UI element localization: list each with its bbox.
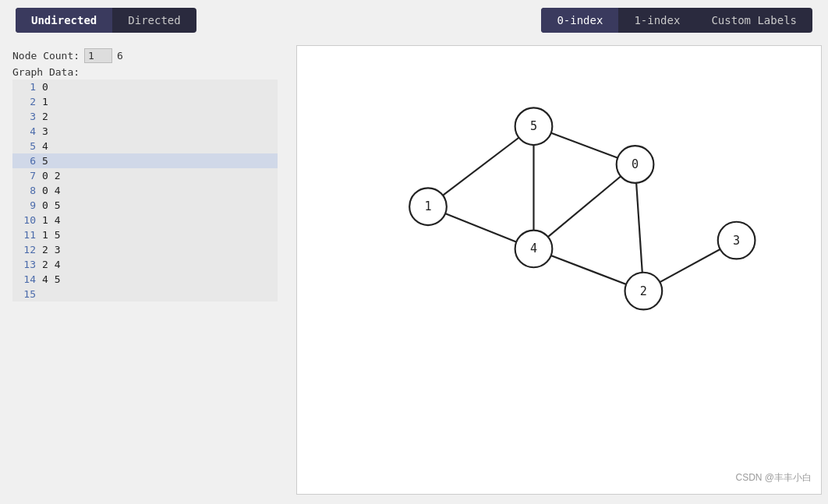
left-panel: Node Count: 6 Graph Data: 10213243546570…	[0, 41, 296, 501]
line-number: 12	[14, 244, 36, 256]
zero-index-button[interactable]: 0-index	[541, 8, 618, 33]
line-content: 1 4	[42, 214, 60, 226]
line-content: 4	[42, 140, 48, 152]
line-content: 0 4	[42, 185, 60, 196]
line-number: 13	[14, 259, 36, 270]
main-content: Node Count: 6 Graph Data: 10213243546570…	[0, 41, 828, 501]
node-label: 4	[530, 241, 537, 256]
node-count-label: Node Count:	[12, 50, 80, 62]
line-number: 14	[14, 273, 36, 285]
graph-node[interactable]: 0	[617, 146, 654, 183]
watermark: CSDN @丰丰小白	[735, 471, 812, 485]
line-number: 2	[14, 96, 36, 107]
line-number: 15	[14, 288, 36, 300]
undirected-button[interactable]: Undirected	[16, 8, 112, 33]
graph-canvas: 012345 CSDN @丰丰小白	[296, 45, 822, 495]
node-count-value: 6	[117, 50, 123, 62]
editor-line[interactable]: 122 3	[12, 242, 278, 257]
line-number: 10	[14, 214, 36, 226]
graph-node[interactable]: 3	[718, 222, 755, 259]
editor-line[interactable]: 21	[12, 94, 278, 109]
line-content: 2	[42, 111, 48, 122]
custom-labels-button[interactable]: Custom Labels	[695, 8, 812, 33]
line-content: 5	[42, 155, 48, 167]
node-label: 3	[733, 234, 740, 248]
line-content: 2 3	[42, 244, 60, 256]
line-content: 2 4	[42, 259, 60, 270]
editor-line[interactable]: 80 4	[12, 183, 278, 198]
node-label: 2	[640, 284, 647, 298]
line-content: 0	[42, 81, 48, 93]
index-toggle: 0-index 1-index Custom Labels	[541, 8, 812, 33]
editor-line[interactable]: 90 5	[12, 198, 278, 213]
line-number: 5	[14, 140, 36, 152]
line-editor: 10213243546570 280 490 5101 4111 5122 31…	[12, 79, 278, 301]
editor-line[interactable]: 15	[12, 287, 278, 301]
line-content: 3	[42, 125, 48, 137]
graph-node[interactable]: 4	[515, 231, 553, 268]
graph-svg: 012345	[297, 46, 821, 494]
editor-line[interactable]: 70 2	[12, 168, 278, 183]
editor-line[interactable]: 32	[12, 109, 278, 124]
line-content: 0 2	[42, 170, 60, 182]
editor-line[interactable]: 10	[12, 79, 278, 94]
node-label: 1	[424, 199, 431, 213]
line-number: 6	[14, 155, 36, 167]
top-bar: Undirected Directed 0-index 1-index Cust…	[0, 0, 828, 41]
graph-node[interactable]: 5	[515, 107, 553, 145]
graph-data-label: Graph Data:	[12, 66, 284, 78]
edge-line	[428, 126, 533, 206]
editor-line[interactable]: 111 5	[12, 227, 278, 242]
editor-line[interactable]: 132 4	[12, 257, 278, 272]
line-number: 9	[14, 199, 36, 211]
editor-line[interactable]: 101 4	[12, 213, 278, 227]
graph-node[interactable]: 1	[409, 188, 447, 225]
line-content: 1	[42, 96, 48, 107]
line-number: 11	[14, 229, 36, 241]
editor-line[interactable]: 65	[12, 153, 278, 168]
directed-button[interactable]: Directed	[112, 8, 196, 33]
node-label: 0	[632, 157, 639, 171]
line-content: 4 5	[42, 273, 60, 285]
line-content: 0 5	[42, 199, 60, 211]
node-count-input[interactable]	[84, 48, 112, 63]
line-number: 7	[14, 170, 36, 182]
one-index-button[interactable]: 1-index	[618, 8, 695, 33]
line-number: 8	[14, 185, 36, 196]
edge-line	[533, 164, 635, 248]
direction-toggle: Undirected Directed	[16, 8, 196, 33]
line-content: 1 5	[42, 229, 60, 241]
node-label: 5	[530, 119, 537, 133]
line-number: 1	[14, 81, 36, 93]
editor-line[interactable]: 144 5	[12, 272, 278, 287]
editor-line[interactable]: 43	[12, 124, 278, 139]
editor-line[interactable]: 54	[12, 139, 278, 153]
graph-node[interactable]: 2	[625, 273, 663, 310]
line-number: 3	[14, 111, 36, 122]
line-number: 4	[14, 125, 36, 137]
node-count-row: Node Count: 6	[12, 48, 284, 63]
